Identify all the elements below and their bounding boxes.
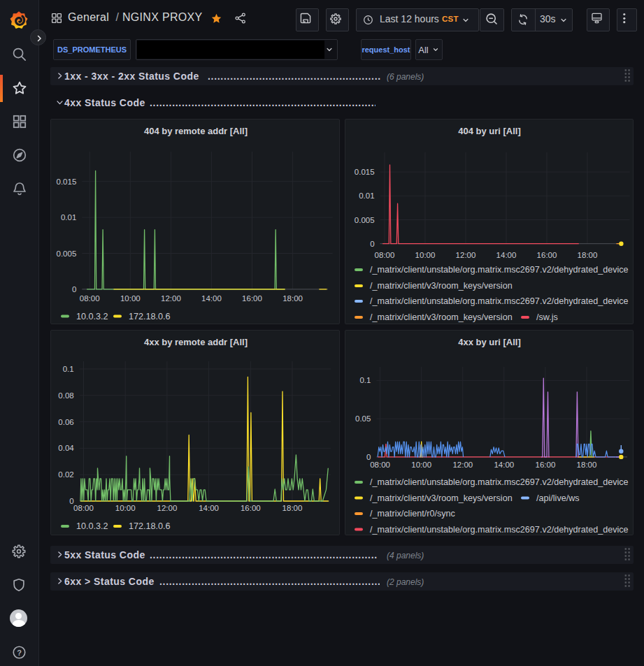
svg-text:18:00: 18:00 <box>282 504 303 512</box>
svg-text:/_matrix/client/unstable/org.m: /_matrix/client/unstable/org.matrix.msc2… <box>370 477 629 487</box>
svg-text:18:00: 18:00 <box>578 251 598 259</box>
svg-text:12:00: 12:00 <box>452 461 473 469</box>
svg-text:14:00: 14:00 <box>199 504 219 512</box>
svg-text:0.06: 0.06 <box>58 418 73 426</box>
svg-text:14:00: 14:00 <box>496 251 517 259</box>
svg-text:16:00: 16:00 <box>536 461 556 469</box>
svg-text:0: 0 <box>370 240 374 248</box>
svg-text:10:00: 10:00 <box>411 461 431 469</box>
svg-text:0.015: 0.015 <box>57 178 77 186</box>
svg-text:0.1: 0.1 <box>359 376 371 384</box>
svg-text:/_matrix/client/unstable/org.m: /_matrix/client/unstable/org.matrix.msc2… <box>370 296 629 306</box>
svg-text:0.015: 0.015 <box>355 168 375 176</box>
svg-text:18:00: 18:00 <box>282 294 303 303</box>
svg-text:0.04: 0.04 <box>58 444 74 452</box>
svg-text:08:00: 08:00 <box>370 461 390 469</box>
svg-text:16:00: 16:00 <box>537 251 557 259</box>
svg-text:12:00: 12:00 <box>161 294 181 303</box>
svg-text:0.005: 0.005 <box>355 216 375 224</box>
svg-text:172.18.0.6: 172.18.0.6 <box>129 312 171 321</box>
svg-text:10:00: 10:00 <box>415 251 436 259</box>
svg-text:0.01: 0.01 <box>61 213 76 222</box>
svg-text:0.02: 0.02 <box>58 470 73 479</box>
svg-text:/_matrix/client/v3/room_keys/v: /_matrix/client/v3/room_keys/version <box>370 493 513 503</box>
svg-text:0.005: 0.005 <box>57 249 77 258</box>
svg-text:0.1: 0.1 <box>63 365 74 373</box>
svg-text:08:00: 08:00 <box>73 504 94 512</box>
svg-text:14:00: 14:00 <box>494 461 514 469</box>
svg-text:0.08: 0.08 <box>58 391 73 400</box>
svg-text:/api/live/ws: /api/live/ws <box>536 493 580 503</box>
svg-text:12:00: 12:00 <box>456 251 476 259</box>
svg-text:/_matrix/client/r0/sync: /_matrix/client/r0/sync <box>370 509 455 519</box>
svg-text:10:00: 10:00 <box>115 504 136 512</box>
svg-text:16:00: 16:00 <box>242 294 262 303</box>
svg-text:08:00: 08:00 <box>375 251 395 259</box>
svg-text:0: 0 <box>72 285 76 294</box>
svg-text:/_matrix/client/v3/room_keys/v: /_matrix/client/v3/room_keys/version <box>370 281 513 291</box>
svg-text:08:00: 08:00 <box>80 294 100 303</box>
svg-text:404 by uri [All]: 404 by uri [All] <box>458 126 521 136</box>
svg-text:18:00: 18:00 <box>577 461 597 469</box>
svg-text:14:00: 14:00 <box>201 294 222 303</box>
svg-text:0.05: 0.05 <box>355 414 371 423</box>
svg-text:4xx by uri [All]: 4xx by uri [All] <box>458 337 521 347</box>
svg-text:4xx by remote addr [All]: 4xx by remote addr [All] <box>144 337 248 347</box>
svg-text:172.18.0.6: 172.18.0.6 <box>129 521 171 531</box>
svg-text:16:00: 16:00 <box>241 504 261 512</box>
svg-text:12:00: 12:00 <box>157 504 178 512</box>
svg-text:/_matrix/client/unstable/org.m: /_matrix/client/unstable/org.matrix.msc2… <box>370 265 629 275</box>
svg-text:0.01: 0.01 <box>359 191 374 200</box>
svg-text:/sw.js: /sw.js <box>536 312 558 322</box>
svg-text:?: ? <box>17 649 22 657</box>
svg-text:404 by remote addr [All]: 404 by remote addr [All] <box>144 126 248 136</box>
svg-text:10:00: 10:00 <box>120 294 141 303</box>
svg-text:10.0.3.2: 10.0.3.2 <box>76 312 108 321</box>
svg-text:10.0.3.2: 10.0.3.2 <box>76 521 108 531</box>
svg-text:/_matrix/client/v3/room_keys/v: /_matrix/client/v3/room_keys/version <box>370 312 513 322</box>
svg-text:/_matrix/client/unstable/org.m: /_matrix/client/unstable/org.matrix.msc2… <box>370 525 629 535</box>
